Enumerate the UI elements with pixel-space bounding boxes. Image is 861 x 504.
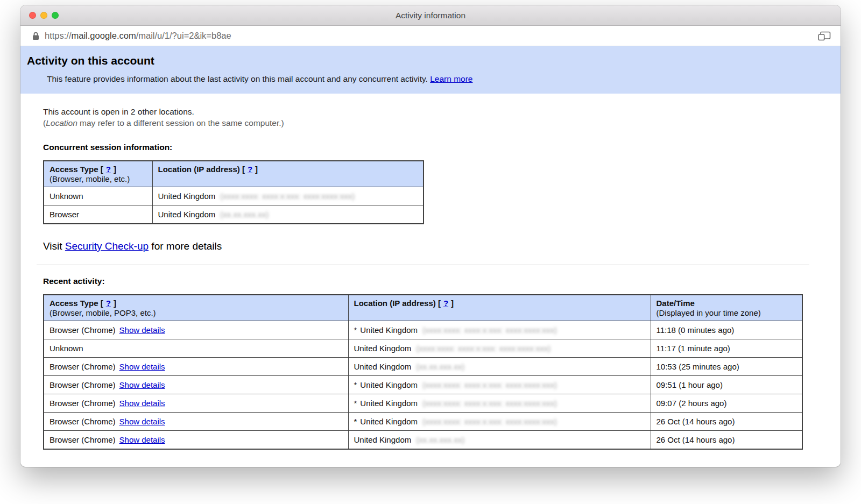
access-type-header: Access Type [?] (Browser, mobile, POP3, …: [44, 295, 348, 321]
location-text: United Kingdom: [360, 380, 418, 389]
location-text: United Kingdom: [354, 362, 412, 371]
header-label: Date/Time: [657, 299, 797, 308]
recent-activity-table: Access Type [?] (Browser, mobile, POP3, …: [43, 294, 803, 450]
access-type-subtitle: (Browser, mobile, POP3, etc.): [50, 308, 343, 317]
access-text: Browser (Chrome): [50, 362, 116, 371]
current-session-star: *: [354, 417, 357, 426]
url-scheme: https://: [45, 31, 72, 40]
table-row: Browser (Chrome)Show details *United Kin…: [44, 321, 802, 339]
help-link[interactable]: ?: [443, 299, 448, 308]
datetime-cell: 10:53 (25 minutes ago): [651, 358, 802, 376]
table-header-row: Access Type [?] (Browser, mobile, etc.) …: [44, 161, 424, 187]
header-bracket: ]: [114, 299, 116, 308]
zoom-button[interactable]: [52, 12, 59, 19]
url-text[interactable]: https://mail.google.com/mail/u/1/?ui=2&i…: [45, 31, 231, 41]
location-text: United Kingdom: [360, 399, 418, 408]
table-row: Unknown United Kingdom(xxxx:xxxx: xxxx:x…: [44, 187, 424, 205]
location-text: United Kingdom: [158, 210, 216, 219]
access-type-cell: Browser (Chrome)Show details: [44, 321, 348, 339]
access-type-cell: Browser (Chrome)Show details: [44, 394, 348, 413]
redacted-ip: (xxxx:xxxx: xxxx:x:xxx: xxxx:xxxx:xxx): [416, 344, 551, 353]
location-cell: *United Kingdom(xxxx:xxxx: xxxx:x:xxx: x…: [348, 394, 651, 413]
url-domain: mail.google.com: [72, 31, 136, 40]
note-italic: Location: [46, 118, 77, 127]
minimize-button[interactable]: [40, 12, 47, 19]
location-cell: *United Kingdom(xxxx:xxxx: xxxx:x:xxx: x…: [348, 321, 651, 339]
table-row: Browser (Chrome)Show details *United Kin…: [44, 376, 802, 394]
access-type-cell: Unknown: [44, 339, 348, 358]
lock-icon: [32, 32, 39, 40]
table-row: Browser (Chrome)Show details United King…: [44, 431, 802, 450]
access-type-cell: Browser (Chrome)Show details: [44, 431, 348, 450]
location-cell: United Kingdom(xx.xx.xxx.xx): [348, 431, 651, 450]
location-header: Location (IP address) [?]: [152, 161, 424, 187]
location-cell: *United Kingdom(xxxx:xxxx: xxxx:x:xxx: x…: [348, 413, 651, 431]
redacted-ip: (xxxx:xxxx: xxxx:x:xxx: xxxx:xxxx:xxx): [422, 417, 557, 426]
location-cell: *United Kingdom(xxxx:xxxx: xxxx:x:xxx: x…: [348, 376, 651, 394]
header-label: Access Type [: [50, 165, 103, 174]
location-header: Location (IP address) [?]: [348, 295, 651, 321]
datetime-cell: 11:17 (1 minute ago): [651, 339, 802, 358]
access-type-cell: Browser (Chrome)Show details: [44, 376, 348, 394]
location-note: (Location may refer to a different sessi…: [43, 118, 822, 128]
access-text: Browser (Chrome): [50, 380, 116, 389]
redacted-ip: (xx.xx.xxx.xx): [416, 362, 464, 371]
access-text: Browser (Chrome): [50, 325, 116, 335]
windows-overlap-icon[interactable]: [818, 31, 831, 41]
description-text: This feature provides information about …: [47, 74, 428, 83]
location-text: United Kingdom: [354, 344, 412, 353]
table-row: Browser (Chrome)Show details *United Kin…: [44, 394, 802, 413]
page-description: This feature provides information about …: [47, 74, 819, 84]
show-details-link[interactable]: Show details: [119, 435, 165, 444]
page: Activity on this account This feature pr…: [20, 46, 841, 467]
redacted-ip: (xx.xx.xxx.xx): [220, 210, 269, 219]
access-text: Unknown: [50, 344, 83, 353]
help-link[interactable]: ?: [106, 165, 111, 174]
show-details-link[interactable]: Show details: [119, 380, 165, 389]
traffic-lights: [29, 5, 59, 25]
browser-window: Activity information https://mail.google…: [20, 5, 841, 467]
access-text: Browser (Chrome): [50, 435, 116, 444]
security-checkup-text: Visit Security Check-up for more details: [43, 240, 822, 252]
access-text: Browser (Chrome): [50, 399, 116, 408]
datetime-cell: 26 Oct (14 hours ago): [651, 413, 802, 431]
titlebar[interactable]: Activity information: [20, 5, 841, 26]
header-bracket: ]: [114, 165, 116, 174]
open-locations-text: This account is open in 2 other location…: [43, 107, 822, 117]
content: This account is open in 2 other location…: [20, 94, 841, 450]
redacted-ip: (xx.xx.xxx.xx): [416, 435, 464, 444]
access-type-subtitle: (Browser, mobile, etc.): [50, 174, 147, 183]
learn-more-link[interactable]: Learn more: [430, 74, 472, 83]
show-details-link[interactable]: Show details: [119, 362, 165, 371]
concurrent-session-heading: Concurrent session information:: [43, 143, 822, 152]
security-checkup-link[interactable]: Security Check-up: [65, 240, 149, 252]
location-cell: United Kingdom(xx.xx.xxx.xx): [348, 358, 651, 376]
page-header: Activity on this account This feature pr…: [20, 46, 841, 94]
access-type-header: Access Type [?] (Browser, mobile, etc.): [44, 161, 152, 187]
close-button[interactable]: [29, 12, 36, 19]
header-bracket: ]: [451, 299, 454, 308]
visit-prefix: Visit: [43, 240, 65, 252]
address-bar[interactable]: https://mail.google.com/mail/u/1/?ui=2&i…: [20, 26, 841, 46]
datetime-cell: 26 Oct (14 hours ago): [651, 431, 802, 450]
location-cell: United Kingdom(xx.xx.xxx.xx): [152, 205, 424, 224]
table-header-row: Access Type [?] (Browser, mobile, POP3, …: [44, 295, 802, 321]
location-cell: United Kingdom(xxxx:xxxx: xxxx:x:xxx: xx…: [152, 187, 424, 205]
header-label: Location (IP address) [: [354, 299, 441, 308]
show-details-link[interactable]: Show details: [119, 325, 165, 335]
help-link[interactable]: ?: [106, 299, 111, 308]
help-link[interactable]: ?: [248, 165, 252, 174]
show-details-link[interactable]: Show details: [119, 417, 165, 426]
redacted-ip: (xxxx:xxxx: xxxx:x:xxx: xxxx:xxxx:xxx): [220, 191, 355, 201]
current-session-star: *: [354, 399, 357, 408]
access-type-cell: Browser (Chrome)Show details: [44, 358, 348, 376]
header-label: Access Type [: [50, 299, 103, 308]
datetime-cell: 09:51 (1 hour ago): [651, 376, 802, 394]
show-details-link[interactable]: Show details: [119, 399, 165, 408]
access-type-cell: Browser (Chrome)Show details: [44, 413, 348, 431]
current-session-star: *: [354, 325, 357, 335]
table-row: Browser United Kingdom(xx.xx.xxx.xx): [44, 205, 424, 224]
location-text: United Kingdom: [360, 417, 418, 426]
table-row: Browser (Chrome)Show details United King…: [44, 358, 802, 376]
table-row: Browser (Chrome)Show details *United Kin…: [44, 413, 802, 431]
